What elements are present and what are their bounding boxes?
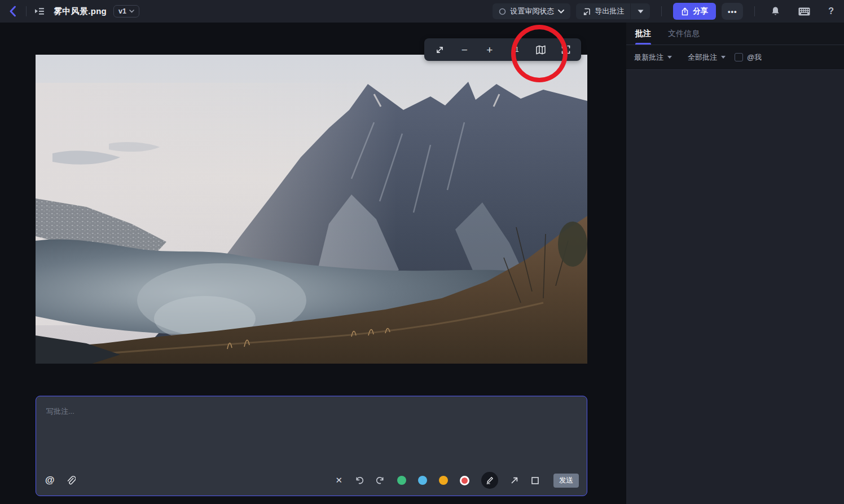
- landscape-photo: [36, 55, 587, 364]
- review-status-button[interactable]: 设置审阅状态: [493, 3, 570, 19]
- fullscreen-icon: [561, 45, 570, 54]
- mention-button[interactable]: @: [45, 475, 55, 486]
- scope-label: 全部批注: [688, 52, 717, 63]
- mention-me-label: @我: [747, 52, 762, 63]
- more-dots-icon: •••: [728, 7, 737, 16]
- pen-icon: [485, 476, 494, 485]
- comments-list-empty: [626, 70, 844, 504]
- version-label: v1: [118, 7, 126, 15]
- divider: [754, 6, 755, 16]
- topbar: 雾中风景.png v1 设置审阅状态: [0, 0, 844, 23]
- caret-down-icon: [721, 56, 726, 59]
- mention-me-filter[interactable]: @我: [735, 52, 762, 63]
- notifications-button[interactable]: [771, 6, 780, 16]
- paperclip-icon: [66, 475, 76, 485]
- arrow-tool-button[interactable]: [510, 476, 519, 485]
- canvas-area: − + 11 @: [0, 23, 626, 504]
- mention-me-checkbox[interactable]: [735, 53, 743, 61]
- share-icon: [681, 7, 689, 16]
- page-title: 雾中风景.png: [54, 6, 107, 17]
- more-options-button[interactable]: •••: [722, 3, 743, 20]
- app-window: 雾中风景.png v1 设置审阅状态: [0, 0, 844, 504]
- document-image[interactable]: [36, 55, 587, 364]
- composer-left-tools: @: [45, 475, 76, 486]
- shortcuts-button[interactable]: [798, 7, 810, 16]
- caret-down-icon: [638, 10, 644, 14]
- bell-icon: [771, 6, 780, 16]
- composer-toolbar: @ ✕: [45, 471, 579, 490]
- plus-icon: +: [486, 45, 493, 55]
- rectangle-icon: [531, 476, 539, 485]
- color-swatch-yellow[interactable]: [439, 476, 448, 485]
- export-label: 导出批注: [595, 6, 624, 16]
- caret-down-icon: [667, 56, 672, 59]
- sidebar-filters: 最新批注 全部批注 @我: [626, 45, 844, 70]
- keyboard-icon: [798, 7, 810, 16]
- sidebar-tabs: 批注 文件信息: [626, 23, 844, 45]
- topbar-utility-icons: ?: [771, 6, 834, 16]
- scope-comments-dropdown[interactable]: 全部批注: [688, 52, 726, 63]
- tab-file-info[interactable]: 文件信息: [668, 23, 700, 45]
- color-swatch-green[interactable]: [397, 476, 406, 485]
- minus-icon: −: [461, 45, 468, 55]
- outline-toggle-button[interactable]: [32, 4, 47, 19]
- back-button[interactable]: [5, 3, 20, 19]
- divider: [26, 6, 27, 16]
- color-swatch-blue[interactable]: [418, 476, 427, 485]
- composer-right-tools: ✕: [335, 472, 579, 489]
- undo-button[interactable]: [354, 476, 364, 485]
- color-swatch-red-selected[interactable]: [460, 476, 469, 485]
- tab-comments[interactable]: 批注: [635, 23, 651, 45]
- map-icon: [535, 44, 547, 56]
- rectangle-tool-button[interactable]: [531, 476, 539, 485]
- arrow-up-right-icon: [510, 476, 519, 485]
- outline-tree-icon: [34, 7, 45, 15]
- chevron-down-icon: [129, 10, 134, 13]
- review-status-label: 设置审阅状态: [510, 6, 554, 16]
- undo-icon: [354, 476, 364, 485]
- topbar-left: 雾中风景.png v1: [0, 3, 139, 19]
- share-button[interactable]: 分享: [673, 3, 716, 20]
- expand-diagonal-icon: [435, 45, 445, 55]
- redo-button[interactable]: [376, 476, 385, 485]
- pen-tool-button[interactable]: [481, 472, 498, 489]
- fullscreen-button[interactable]: [559, 43, 573, 56]
- chevron-left-icon: [9, 6, 16, 17]
- comment-input[interactable]: [39, 400, 577, 462]
- attach-button[interactable]: [66, 475, 76, 485]
- version-dropdown[interactable]: v1: [113, 5, 139, 17]
- clear-annotation-button[interactable]: ✕: [335, 475, 342, 485]
- help-button[interactable]: ?: [828, 6, 834, 16]
- fit-to-screen-button[interactable]: [433, 43, 446, 56]
- comments-sidebar: 批注 文件信息 最新批注 全部批注 @我: [626, 23, 844, 504]
- topbar-right: 设置审阅状态 导出批注: [493, 3, 844, 20]
- share-label: 分享: [693, 6, 708, 16]
- comment-composer: @ ✕: [36, 396, 587, 496]
- redo-icon: [376, 476, 385, 485]
- export-split-button: 导出批注: [576, 3, 650, 19]
- zoom-in-button[interactable]: +: [483, 43, 496, 56]
- status-circle-icon: [499, 8, 506, 15]
- send-button[interactable]: 发送: [553, 474, 579, 488]
- zoom-level-value: 11: [508, 46, 522, 54]
- zoom-out-button[interactable]: −: [458, 43, 471, 56]
- sort-comments-dropdown[interactable]: 最新批注: [634, 52, 672, 63]
- viewer-toolbar: − + 11: [424, 38, 581, 61]
- chevron-down-icon: [558, 10, 564, 14]
- export-options-dropdown[interactable]: [631, 3, 650, 19]
- divider: [661, 6, 662, 16]
- export-annotations-button[interactable]: 导出批注: [576, 3, 630, 19]
- export-icon: [582, 7, 591, 16]
- sort-label: 最新批注: [634, 52, 663, 63]
- minimap-button[interactable]: [534, 43, 548, 56]
